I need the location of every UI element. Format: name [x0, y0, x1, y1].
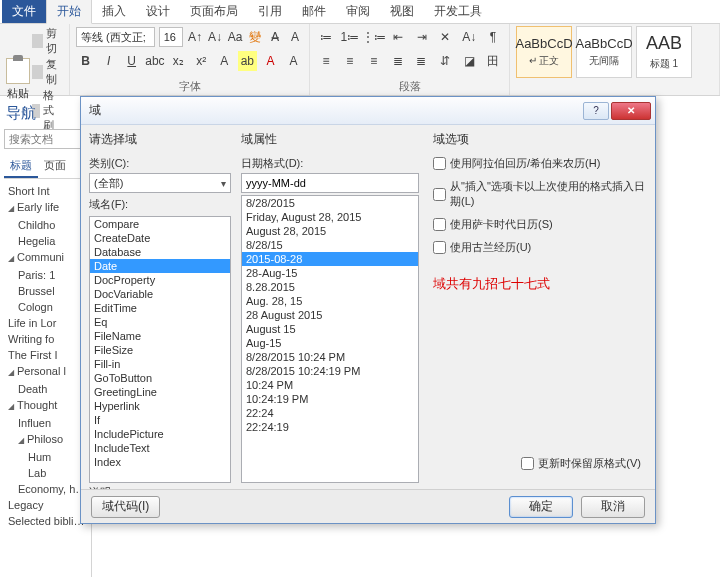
format-item[interactable]: August 28, 2015 [242, 224, 418, 238]
bold-icon[interactable]: B [76, 51, 95, 71]
copy-button[interactable]: 复制 [32, 57, 63, 87]
format-item[interactable]: 22:24 [242, 406, 418, 420]
nav-item[interactable]: Thought [4, 397, 87, 415]
date-format-listbox[interactable]: 8/28/2015Friday, August 28, 2015August 2… [241, 195, 419, 483]
search-input[interactable] [4, 129, 87, 149]
nav-item[interactable]: Economy, history and society [4, 481, 87, 497]
style-no-spacing[interactable]: AaBbCcD 无间隔 [576, 26, 632, 78]
format-item[interactable]: 8.28.2015 [242, 280, 418, 294]
show-formatting-icon[interactable]: ¶ [483, 27, 503, 47]
align-right-icon[interactable]: ≡ [364, 51, 384, 71]
clear-formatting-icon[interactable]: A̶ [267, 27, 283, 47]
nav-item[interactable]: Hegelia [4, 233, 87, 249]
multilevel-list-icon[interactable]: ⋮≔ [364, 27, 384, 47]
opt-hijri[interactable]: 使用阿拉伯回历/希伯来农历(H) [433, 156, 647, 171]
increase-indent-icon[interactable]: ⇥ [412, 27, 432, 47]
character-border-icon[interactable]: A [287, 27, 303, 47]
field-item[interactable]: FileName [90, 329, 230, 343]
format-item[interactable]: 10:24 PM [242, 378, 418, 392]
shrink-font-icon[interactable]: A↓ [207, 27, 223, 47]
nav-item[interactable]: Death [4, 381, 87, 397]
nav-tab-headings[interactable]: 标题 [4, 155, 38, 178]
format-item[interactable]: 10:24:19 PM [242, 392, 418, 406]
close-button[interactable]: ✕ [611, 102, 651, 120]
tab-references[interactable]: 引用 [248, 0, 292, 23]
tab-view[interactable]: 视图 [380, 0, 424, 23]
field-item[interactable]: GoToButton [90, 371, 230, 385]
nav-item[interactable]: Selected bibliography [4, 513, 87, 529]
distributed-icon[interactable]: ≣ [412, 51, 432, 71]
italic-icon[interactable]: I [99, 51, 118, 71]
tab-home[interactable]: 开始 [46, 0, 92, 24]
tab-insert[interactable]: 插入 [92, 0, 136, 23]
opt-hijri-checkbox[interactable] [433, 157, 446, 170]
nav-item[interactable]: Personal l [4, 363, 87, 381]
format-item[interactable]: 8/28/2015 [242, 196, 418, 210]
date-format-input[interactable] [241, 173, 419, 193]
text-effects-icon[interactable]: A [215, 51, 234, 71]
ok-button[interactable]: 确定 [509, 496, 573, 518]
align-center-icon[interactable]: ≡ [340, 51, 360, 71]
underline-icon[interactable]: U [122, 51, 141, 71]
nav-item[interactable]: Lab [4, 465, 87, 481]
tab-layout[interactable]: 页面布局 [180, 0, 248, 23]
format-item[interactable]: Aug-15 [242, 336, 418, 350]
opt-saka[interactable]: 使用萨卡时代日历(S) [433, 217, 647, 232]
align-left-icon[interactable]: ≡ [316, 51, 336, 71]
phonetic-guide-icon[interactable]: 變 [247, 27, 263, 47]
nav-item[interactable]: The First I [4, 347, 87, 363]
format-item[interactable]: Friday, August 28, 2015 [242, 210, 418, 224]
font-color-icon[interactable]: A [261, 51, 280, 71]
tab-review[interactable]: 审阅 [336, 0, 380, 23]
numbering-icon[interactable]: 1≔ [340, 27, 360, 47]
format-item[interactable]: 2015-08-28 [242, 252, 418, 266]
field-item[interactable]: EditTime [90, 301, 230, 315]
opt-lastused-checkbox[interactable] [433, 188, 446, 201]
opt-umalqura-checkbox[interactable] [433, 241, 446, 254]
nav-item[interactable]: Paris: 1 [4, 267, 87, 283]
category-select[interactable]: (全部) [89, 173, 231, 193]
sort-icon[interactable]: A↓ [459, 27, 479, 47]
grow-font-icon[interactable]: A↑ [187, 27, 203, 47]
preserve-formatting[interactable]: 更新时保留原格式(V) [521, 456, 641, 471]
nav-item[interactable]: Influen [4, 415, 87, 431]
format-item[interactable]: 8/28/15 [242, 238, 418, 252]
nav-item[interactable]: Philoso [4, 431, 87, 449]
format-item[interactable]: 8/28/2015 10:24:19 PM [242, 364, 418, 378]
format-item[interactable]: 28 August 2015 [242, 308, 418, 322]
nav-item[interactable]: Brussel [4, 283, 87, 299]
nav-item[interactable]: Hum [4, 449, 87, 465]
tab-mailings[interactable]: 邮件 [292, 0, 336, 23]
shading-icon[interactable]: ◪ [459, 51, 479, 71]
field-item[interactable]: Fill-in [90, 357, 230, 371]
field-item[interactable]: If [90, 413, 230, 427]
line-spacing-icon[interactable]: ⇵ [435, 51, 455, 71]
nav-item[interactable]: Early life [4, 199, 87, 217]
font-size-select[interactable]: 16 [159, 27, 183, 47]
nav-item[interactable]: Writing fo [4, 331, 87, 347]
bullets-icon[interactable]: ≔ [316, 27, 336, 47]
field-item[interactable]: FileSize [90, 343, 230, 357]
field-item[interactable]: Date [90, 259, 230, 273]
field-item[interactable]: DocProperty [90, 273, 230, 287]
nav-item[interactable]: Short Int [4, 183, 87, 199]
borders-icon[interactable]: 田 [483, 51, 503, 71]
field-item[interactable]: GreetingLine [90, 385, 230, 399]
nav-tab-pages[interactable]: 页面 [38, 155, 72, 178]
nav-item[interactable]: Legacy [4, 497, 87, 513]
help-button[interactable]: ? [583, 102, 609, 120]
format-item[interactable]: 28-Aug-15 [242, 266, 418, 280]
nav-item[interactable]: Life in Lor [4, 315, 87, 331]
character-shading-icon[interactable]: A [284, 51, 303, 71]
nav-item[interactable]: Cologn [4, 299, 87, 315]
field-item[interactable]: Index [90, 455, 230, 469]
format-item[interactable]: 22:24:19 [242, 420, 418, 434]
field-codes-button[interactable]: 域代码(I) [91, 496, 160, 518]
tab-developer[interactable]: 开发工具 [424, 0, 492, 23]
field-item[interactable]: Eq [90, 315, 230, 329]
field-item[interactable]: Database [90, 245, 230, 259]
preserve-formatting-checkbox[interactable] [521, 457, 534, 470]
change-case-icon[interactable]: Aa [227, 27, 243, 47]
asian-layout-icon[interactable]: ✕ [435, 27, 455, 47]
field-item[interactable]: DocVariable [90, 287, 230, 301]
